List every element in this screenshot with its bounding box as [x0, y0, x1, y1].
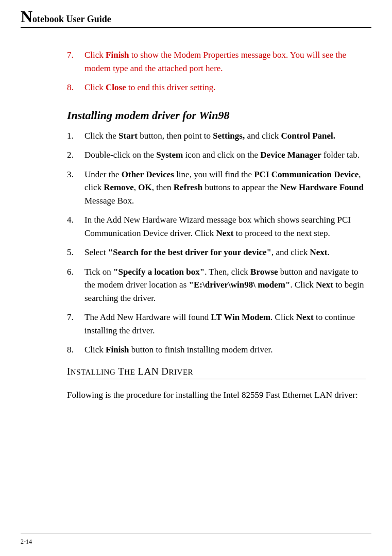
list-text: The Add New Hardware will found LT Win M… — [84, 311, 366, 337]
list-number: 3. — [67, 168, 84, 208]
list-item: 6. Tick on "Specify a location box". The… — [67, 265, 366, 305]
list-number: 7. — [67, 311, 84, 337]
list-item: 1. Click the Start button, then point to… — [67, 129, 366, 143]
list-text: Select "Search for the best driver for y… — [84, 246, 366, 259]
list-text: Click the Start button, then point to Se… — [84, 129, 366, 143]
list-item: 4. In the Add New Hardware Wizard messag… — [67, 213, 366, 240]
subheading-win98: Installing modem driver for Win98 — [67, 109, 366, 122]
list-text: Double-click on the System icon and clic… — [84, 148, 366, 162]
page-number: 2-14 — [21, 538, 32, 545]
header-dropcap: N — [21, 7, 32, 26]
list-number: 4. — [67, 213, 84, 240]
list-text: In the Add New Hardware Wizard message b… — [84, 213, 366, 240]
list-text: Click Finish to show the Modem Propertie… — [84, 48, 366, 75]
list-item: 7. The Add New Hardware will found LT Wi… — [67, 311, 366, 337]
list-number: 8. — [67, 81, 84, 94]
list-text: Click Finish button to finish installing… — [84, 343, 366, 357]
list-text: Tick on "Specify a location box". Then, … — [84, 265, 366, 305]
list-number: 8. — [67, 343, 84, 357]
list-item: 7. Click Finish to show the Modem Proper… — [67, 48, 366, 75]
list-item: 2. Double-click on the System icon and c… — [67, 148, 366, 162]
list-number: 7. — [67, 48, 84, 75]
list-item: 8. Click Close to end this driver settin… — [67, 81, 366, 94]
section-heading-lan: INSTALLING THE LAN DRIVER — [67, 366, 366, 379]
content-body: 7. Click Finish to show the Modem Proper… — [21, 48, 371, 401]
header-title: Notebook User Guide — [21, 14, 111, 24]
header-title-rest: otebook User Guide — [32, 14, 111, 24]
list-number: 1. — [67, 129, 84, 143]
list-number: 6. — [67, 265, 84, 305]
list-text: Under the Other Devices line, you will f… — [84, 168, 366, 208]
lan-intro-paragraph: Following is the procedure for installin… — [67, 389, 366, 402]
list-number: 2. — [67, 148, 84, 162]
page-header: Notebook User Guide — [21, 10, 371, 28]
list-text: Click Close to end this driver setting. — [84, 81, 366, 94]
list-item: 3. Under the Other Devices line, you wil… — [67, 168, 366, 208]
list-number: 5. — [67, 246, 84, 259]
list-item: 8. Click Finish button to finish install… — [67, 343, 366, 357]
page-footer: 2-14 — [21, 533, 371, 546]
list-item: 5. Select "Search for the best driver fo… — [67, 246, 366, 259]
